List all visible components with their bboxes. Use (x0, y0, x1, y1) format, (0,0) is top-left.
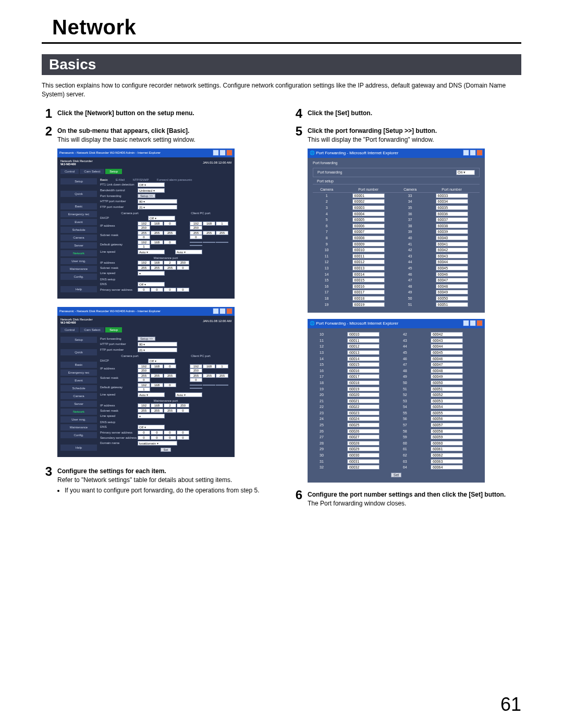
port-field[interactable]: 60043 (436, 254, 468, 258)
ip-octet-field[interactable]: 1 (138, 244, 150, 249)
port-field[interactable]: 60013 (352, 266, 385, 270)
ip-octet-field[interactable]: 250 (177, 261, 189, 265)
port-field[interactable]: 60011 (352, 254, 385, 258)
sidebar-item-event[interactable]: Event (60, 377, 97, 384)
port-field[interactable]: 60024 (347, 416, 380, 421)
port-field[interactable]: 60007 (352, 229, 385, 234)
tab-control[interactable]: Control (60, 169, 79, 174)
ip-octet-field[interactable]: 192 (138, 364, 150, 368)
ip-octet-field[interactable]: 255 (138, 266, 150, 270)
sidebar-item-quick[interactable]: Quick (60, 191, 97, 197)
port-field[interactable]: 60020 (347, 392, 380, 397)
port-field[interactable]: 60042 (436, 248, 468, 252)
ip-octet-field[interactable]: 255 (151, 231, 163, 235)
dropdown[interactable]: Auto (175, 392, 202, 397)
port-field[interactable]: 60025 (347, 423, 380, 427)
dropdown[interactable] (138, 414, 165, 418)
ip-octet-field[interactable]: 2 (164, 403, 176, 408)
close-icon[interactable] (226, 150, 232, 156)
subtab-ntp-snmp[interactable]: NTP/SNMP (132, 178, 149, 181)
port-field[interactable]: 60049 (436, 290, 468, 294)
ip-octet-field[interactable]: 0 (138, 430, 150, 435)
sidebar-item-maintenance[interactable]: Maintenance (60, 424, 97, 430)
dropdown[interactable]: Off (138, 182, 165, 187)
ip-octet-field[interactable]: 0 (164, 364, 176, 368)
window-controls[interactable] (212, 150, 232, 156)
sidebar-item-user-mng-[interactable]: User mng. (60, 258, 97, 264)
ip-octet-field[interactable] (216, 385, 228, 386)
port-field[interactable]: 60014 (347, 356, 380, 361)
port-field[interactable]: 60023 (347, 411, 380, 415)
maximize-icon[interactable] (470, 150, 476, 156)
port-field[interactable]: 60001 (352, 193, 385, 198)
maximize-icon[interactable] (219, 150, 226, 156)
ip-octet-field[interactable]: 168 (151, 403, 163, 408)
port-field[interactable]: 60029 (347, 447, 380, 451)
ip-octet-field[interactable]: 255 (216, 374, 228, 378)
ip-octet-field[interactable]: 0 (177, 288, 189, 292)
port-field[interactable]: 60060 (431, 441, 463, 446)
ip-octet-field[interactable]: 255 (164, 374, 176, 378)
port-field[interactable]: 60030 (347, 453, 380, 458)
port-field[interactable]: 60045 (431, 350, 463, 355)
sidebar-item-schedule[interactable]: Schedule (60, 227, 97, 233)
ip-octet-field[interactable]: 168 (151, 240, 163, 244)
sidebar-item-camera[interactable]: Camera (60, 393, 97, 399)
port-forwarding-toggle[interactable]: On (456, 170, 475, 175)
ip-octet-field[interactable]: 0 (177, 430, 189, 435)
set-button[interactable]: Set (391, 473, 402, 477)
ip-octet-field[interactable]: 192 (138, 403, 150, 408)
ip-octet-field[interactable]: 168 (203, 364, 215, 368)
setup-button[interactable]: Setup >> (138, 194, 155, 198)
port-field[interactable]: 60011 (347, 338, 380, 343)
ip-octet-field[interactable]: 168 (151, 221, 163, 226)
port-field[interactable]: 60051 (431, 387, 463, 391)
port-field[interactable]: 60064 (431, 465, 463, 470)
ip-octet-field[interactable]: 168 (151, 364, 163, 368)
sidebar-item-user-mng-[interactable]: User mng. (60, 416, 97, 423)
port-field[interactable]: 60049 (431, 374, 463, 379)
subtab-basic[interactable]: Basic (100, 178, 108, 181)
ip-octet-field[interactable]: 2 (164, 261, 176, 265)
dropdown[interactable]: Unlimited (138, 188, 165, 193)
close-icon[interactable] (226, 308, 232, 314)
ip-octet-field[interactable]: 192 (190, 221, 202, 226)
window-controls[interactable] (462, 150, 483, 157)
port-field[interactable]: 60012 (352, 260, 385, 264)
port-field[interactable]: 60050 (431, 380, 463, 385)
ip-octet-field[interactable]: 1 (216, 221, 228, 226)
window-titlebar[interactable]: Panasonic - Network Disk Recorder WJ-ND4… (57, 149, 235, 157)
dropdown[interactable]: Auto (175, 250, 202, 254)
ip-octet-field[interactable]: 255 (151, 409, 163, 413)
tab-cam-select[interactable]: Cam Select (80, 327, 104, 332)
port-field[interactable]: 60016 (352, 284, 385, 289)
port-field[interactable]: 60017 (347, 374, 380, 379)
tab-setup[interactable]: Setup (105, 169, 122, 174)
tab-cam-select[interactable]: Cam Select (80, 169, 104, 174)
close-icon[interactable] (476, 320, 483, 326)
ip-octet-field[interactable] (190, 388, 202, 389)
port-field[interactable]: 60002 (352, 199, 385, 204)
port-field[interactable]: 60032 (347, 465, 380, 470)
minimize-icon[interactable] (213, 150, 219, 156)
sidebar-item-emergency-rec[interactable]: Emergency rec (60, 211, 97, 217)
ip-octet-field[interactable]: 255 (151, 266, 163, 270)
port-field[interactable]: 60044 (431, 344, 463, 349)
ip-octet-field[interactable]: 255 (138, 231, 150, 235)
port-field[interactable]: 60051 (436, 302, 468, 307)
ip-octet-field[interactable]: 0 (151, 430, 163, 435)
ip-octet-field[interactable]: 255 (190, 374, 202, 378)
ip-octet-field[interactable]: 250 (138, 226, 150, 230)
dropdown[interactable] (138, 271, 165, 276)
minimize-icon[interactable] (463, 320, 469, 326)
port-field[interactable]: 60042 (431, 332, 463, 337)
dropdown[interactable]: Auto (138, 392, 165, 397)
ip-octet-field[interactable]: 0 (151, 436, 163, 440)
port-field[interactable]: 60055 (431, 411, 463, 415)
close-icon[interactable] (476, 150, 483, 156)
ip-octet-field[interactable]: 0 (164, 240, 176, 244)
port-field[interactable]: 60010 (347, 332, 380, 337)
port-field[interactable]: 60050 (436, 296, 468, 301)
port-field[interactable]: 60010 (352, 248, 385, 252)
port-field[interactable]: 60015 (352, 278, 385, 282)
